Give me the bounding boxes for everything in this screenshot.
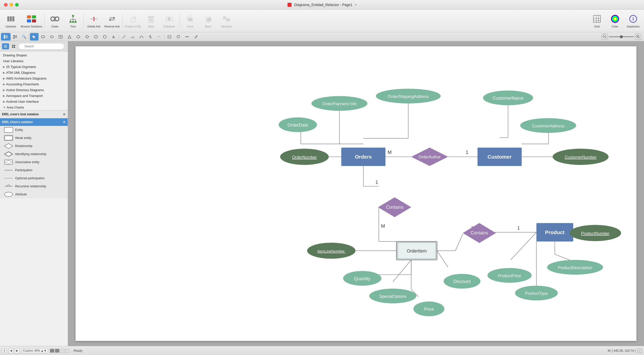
line-tool-2[interactable] xyxy=(128,33,137,41)
line-tool-5[interactable] xyxy=(155,33,163,41)
next-page-button[interactable]: ▶ xyxy=(15,348,20,353)
search-wrap: 🔍 xyxy=(18,43,66,50)
close-panel-icon[interactable]: ✕ xyxy=(63,112,66,116)
shape-tool-2[interactable] xyxy=(74,33,83,41)
svg-rect-8 xyxy=(55,17,59,21)
shape-tool-3[interactable] xyxy=(83,33,91,41)
zoom-selector[interactable]: Custom 49% ▲▼ xyxy=(22,348,48,353)
sidebar-item-area-charts[interactable]: ▼ Area Charts xyxy=(0,104,68,110)
pause-button[interactable]: ⏸ xyxy=(2,348,7,353)
identifying-relationship-item[interactable]: Identifying relationship xyxy=(0,150,68,158)
reverse-link-button[interactable]: Reverse link xyxy=(103,11,121,31)
ellipse-tool[interactable] xyxy=(48,33,56,41)
optional-participation-item[interactable]: Optional participation xyxy=(0,174,68,182)
select-tool[interactable] xyxy=(30,33,39,41)
toolbar-separator-1 xyxy=(44,13,45,28)
attribute-item[interactable]: Attribute xyxy=(0,190,68,198)
back-button[interactable]: Back xyxy=(199,11,217,31)
sidebar-item-atm-uml[interactable]: ▶ ATM UML Diagrams xyxy=(0,70,68,76)
sidebar-item-active-directory[interactable]: ▶ Active Directory Diagrams xyxy=(0,87,68,93)
rotate-flip-button[interactable]: Rotate & Flip xyxy=(124,11,142,31)
dropdown-arrow-icon[interactable]: ▾ xyxy=(355,3,356,7)
delete-link-button[interactable]: Delete link xyxy=(85,11,103,31)
recursive-rel-shape-preview xyxy=(4,183,13,189)
relationship-shape-preview xyxy=(4,143,13,149)
sidebar-item-android-ui[interactable]: ▶ Android User Interface xyxy=(0,99,68,104)
libraries-button[interactable]: Libraries xyxy=(2,11,20,31)
search-input[interactable] xyxy=(18,43,64,50)
geo-tool-3[interactable] xyxy=(183,33,191,41)
close-panel-icon[interactable]: ✕ xyxy=(63,120,66,124)
close-button[interactable] xyxy=(4,3,8,7)
sidebar-view-grid-button[interactable] xyxy=(10,43,17,49)
grid-button[interactable]: Grid xyxy=(588,11,606,31)
relationship-item[interactable]: Relationship xyxy=(0,142,68,150)
tree-icon xyxy=(68,14,78,24)
participation-item[interactable]: Participation xyxy=(0,166,68,174)
sidebar-item-drawing-shapes[interactable]: Drawing Shapes xyxy=(0,52,68,58)
rect-tool[interactable] xyxy=(39,33,47,41)
canvas-area[interactable]: M 1 1 xyxy=(68,41,644,346)
svg-rect-39 xyxy=(207,18,211,21)
associative-entity-item[interactable]: Associative entity xyxy=(0,158,68,166)
color-button[interactable]: Color xyxy=(606,11,624,31)
chain-button[interactable]: Chain xyxy=(46,11,64,31)
toolbar-separator-2 xyxy=(83,13,84,28)
section-label: Drawing Shapes xyxy=(3,53,27,57)
identical-button[interactable]: Identical xyxy=(218,11,235,31)
sidebar-toggle-button[interactable] xyxy=(1,33,11,41)
diagram-svg[interactable]: M 1 1 xyxy=(76,46,636,341)
prev-page-button[interactable]: ◀ xyxy=(9,348,14,353)
canvas[interactable]: M 1 1 xyxy=(76,46,636,341)
sidebar-item-user-libraries[interactable]: User Libraries xyxy=(0,58,68,64)
minimize-button[interactable] xyxy=(10,3,13,7)
fullscreen-button[interactable]: ⤢ xyxy=(637,348,642,353)
zoom-out-button[interactable] xyxy=(602,34,608,40)
svg-line-130 xyxy=(555,254,570,260)
erd-chens-header[interactable]: ERD, Chen's notation ✕ xyxy=(0,118,68,126)
sidebar: 🔍 Drawing Shapes User Libraries ▶ 25 Typ… xyxy=(0,41,68,346)
line-tool-4[interactable] xyxy=(146,33,155,41)
shape-tool-5[interactable] xyxy=(100,33,109,41)
geo-tool-1[interactable] xyxy=(165,33,174,41)
weak-entity-item[interactable]: Weak entity xyxy=(0,134,68,142)
align-button[interactable]: Align xyxy=(142,11,160,31)
page-size-button-1[interactable] xyxy=(50,349,54,353)
erd-crows-foot-header[interactable]: ERD, crow's foot notation ✕ xyxy=(0,111,68,118)
shape-tool-6[interactable] xyxy=(109,33,118,41)
sidebar-view-list-button[interactable] xyxy=(2,43,9,49)
fullscreen-button[interactable] xyxy=(15,3,19,7)
geo-tool-2[interactable] xyxy=(174,33,183,41)
line-tool-1[interactable] xyxy=(120,33,128,41)
sidebar-item-aerospace[interactable]: ▶ Aerospace and Transport xyxy=(0,93,68,99)
list-view-button[interactable] xyxy=(11,33,19,41)
pen-tool[interactable] xyxy=(192,33,200,41)
page-size-button-4[interactable] xyxy=(65,349,69,353)
search-toggle-button[interactable]: 🔍 xyxy=(20,33,28,41)
inspectors-button[interactable]: i Inspectors xyxy=(624,11,642,31)
svg-line-86 xyxy=(639,38,640,39)
zoom-slider[interactable] xyxy=(609,36,634,37)
front-button[interactable]: Front xyxy=(181,11,199,31)
recursive-relationship-item[interactable]: Recursive relationship xyxy=(0,182,68,190)
table-tool[interactable] xyxy=(56,33,65,41)
zoom-in-button[interactable] xyxy=(635,34,641,40)
zoom-slider-thumb[interactable] xyxy=(620,35,623,38)
distribute-button[interactable]: Distribute xyxy=(160,11,178,31)
browse-solutions-button[interactable]: Browse Solutions xyxy=(20,11,43,31)
back-icon xyxy=(203,14,213,24)
shape-tool-4[interactable] xyxy=(92,33,100,41)
page-size-button-2[interactable] xyxy=(55,349,59,353)
sidebar-item-aws-arch[interactable]: ▶ AWS Architecture Diagrams xyxy=(0,76,68,81)
customeraddress-label: CustomerAddress xyxy=(532,124,564,128)
price-label: Price xyxy=(424,307,434,312)
entity-item[interactable]: Entity xyxy=(0,126,68,134)
sidebar-item-25-orgcharts[interactable]: ▶ 25 Typical Orgcharts xyxy=(0,64,68,70)
line-tool-3[interactable] xyxy=(137,33,146,41)
tree-button[interactable]: Tree xyxy=(64,11,82,31)
sidebar-item-accounting[interactable]: ▶ Accounting Flowcharts xyxy=(0,81,68,87)
customernumber-label: CustomerNumber xyxy=(565,155,597,159)
opt-part-shape-preview xyxy=(4,175,13,181)
shape-tool-1[interactable] xyxy=(65,33,74,41)
page-size-button-3[interactable] xyxy=(60,349,64,353)
